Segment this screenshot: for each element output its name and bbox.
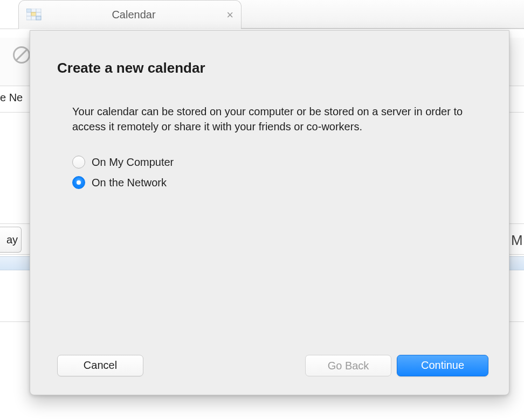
- tab-title: Calendar: [26, 9, 241, 21]
- tab-calendar[interactable]: Calendar ×: [18, 0, 242, 29]
- radio-button-icon: [72, 156, 85, 169]
- right-edge-text-fragment: M: [511, 228, 524, 252]
- today-button-fragment[interactable]: ay: [0, 227, 22, 253]
- go-back-button: Go Back: [305, 355, 391, 376]
- radio-on-the-network[interactable]: On the Network: [72, 176, 174, 189]
- blocked-icon: [13, 46, 30, 64]
- tab-bar: Calendar ×: [0, 0, 524, 29]
- sidebar-peek-text: e Ne: [0, 92, 23, 104]
- cancel-button[interactable]: Cancel: [57, 355, 143, 376]
- radio-label: On My Computer: [92, 156, 174, 169]
- dialog-button-row: Cancel Go Back Continue: [30, 355, 509, 377]
- radio-button-icon: [72, 176, 85, 189]
- radio-label: On the Network: [92, 177, 167, 189]
- storage-location-radio-group: On My Computer On the Network: [72, 156, 174, 197]
- close-icon[interactable]: ×: [226, 8, 233, 22]
- continue-button[interactable]: Continue: [397, 355, 488, 376]
- dialog-description: Your calendar can be stored on your comp…: [72, 104, 471, 134]
- dialog-title: Create a new calendar: [57, 60, 205, 76]
- radio-on-my-computer[interactable]: On My Computer: [72, 156, 174, 169]
- new-calendar-dialog: Create a new calendar Your calendar can …: [30, 30, 509, 395]
- tab-bar-remainder: [241, 0, 524, 29]
